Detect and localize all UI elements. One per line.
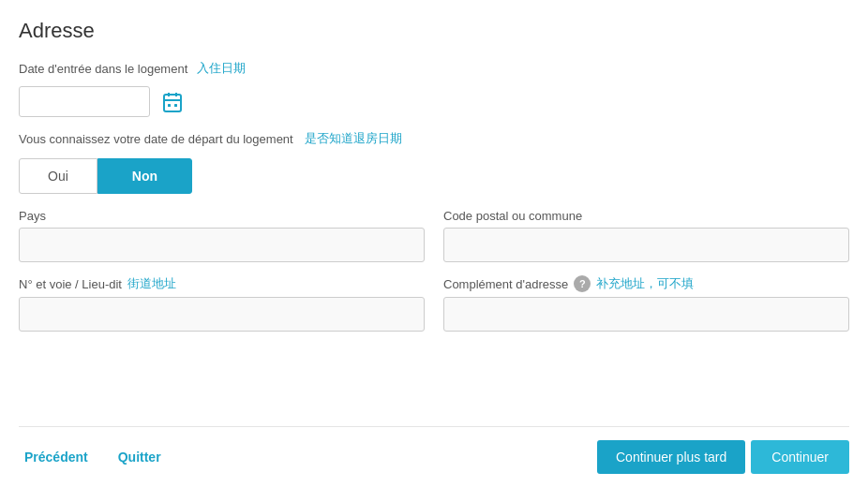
depart-label-chinese: 是否知道退房日期 bbox=[305, 130, 402, 147]
code-postal-label: Code postal ou commune bbox=[443, 209, 849, 223]
page-title: Adresse bbox=[19, 19, 849, 43]
complement-input[interactable] bbox=[443, 297, 849, 332]
quitter-button[interactable]: Quitter bbox=[112, 442, 167, 472]
footer-left: Précédent Quitter bbox=[19, 442, 167, 472]
date-entree-label: Date d'entrée dans le logement bbox=[19, 62, 187, 76]
code-postal-input[interactable]: 75013 PARIS bbox=[443, 228, 849, 262]
complement-label: Complément d'adresse ? 补充地址，可不填 bbox=[443, 275, 849, 292]
code-postal-group: Code postal ou commune 75013 PARIS bbox=[443, 209, 849, 262]
adresse-label: N° et voie / Lieu-dit 街道地址 bbox=[19, 275, 425, 292]
depart-label: Vous connaissez votre date de départ du … bbox=[19, 132, 293, 146]
pays-input[interactable]: FRANCE bbox=[19, 228, 425, 262]
date-entree-label-chinese: 入住日期 bbox=[197, 60, 246, 77]
help-icon[interactable]: ? bbox=[574, 275, 591, 292]
non-button[interactable]: Non bbox=[97, 158, 192, 194]
svg-rect-5 bbox=[174, 104, 177, 107]
svg-rect-4 bbox=[168, 104, 171, 107]
footer-right: Continuer plus tard Continuer bbox=[597, 440, 849, 474]
pays-label: Pays bbox=[19, 209, 425, 223]
oui-button[interactable]: Oui bbox=[19, 158, 97, 194]
calendar-icon[interactable] bbox=[157, 87, 187, 117]
complement-group: Complément d'adresse ? 补充地址，可不填 bbox=[443, 275, 849, 332]
adresse-group: N° et voie / Lieu-dit 街道地址 bbox=[19, 275, 425, 332]
precedent-button[interactable]: Précédent bbox=[19, 442, 94, 472]
svg-rect-0 bbox=[164, 95, 181, 111]
footer-bar: Précédent Quitter Continuer plus tard Co… bbox=[19, 426, 849, 487]
adresse-input[interactable] bbox=[19, 297, 425, 332]
continuer-button[interactable]: Continuer bbox=[751, 440, 849, 474]
continuer-tard-button[interactable]: Continuer plus tard bbox=[597, 440, 745, 474]
date-entree-input[interactable]: 08/09/2020 bbox=[19, 86, 150, 117]
pays-group: Pays FRANCE bbox=[19, 209, 425, 262]
